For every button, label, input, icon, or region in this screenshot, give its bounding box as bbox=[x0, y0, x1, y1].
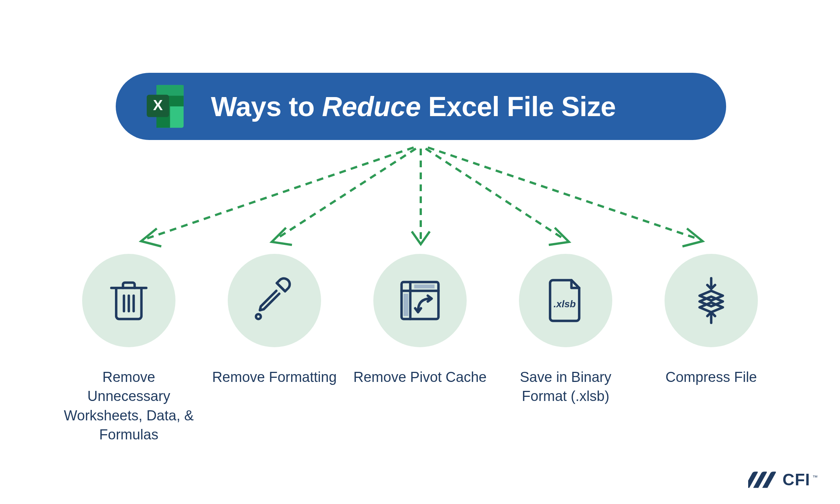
circle-icon bbox=[373, 254, 467, 347]
circle-icon bbox=[228, 254, 321, 347]
title-pre: Ways to bbox=[211, 91, 322, 122]
item-label: Compress File bbox=[666, 368, 757, 387]
item-label: Remove Pivot Cache bbox=[354, 368, 487, 387]
header-pill: X Ways to Reduce Excel File Size bbox=[116, 73, 726, 140]
svg-line-6 bbox=[146, 147, 414, 239]
item-label: Save in Binary Format (.xlsb) bbox=[498, 368, 633, 406]
file-xlsb-icon: .xlsb bbox=[541, 276, 590, 325]
title-post: Excel File Size bbox=[421, 91, 616, 122]
item-label: Remove Unnecessary Worksheets, Data, & F… bbox=[62, 368, 196, 444]
svg-point-15 bbox=[256, 314, 261, 319]
trash-icon bbox=[105, 276, 153, 325]
item-save-binary: .xlsb Save in Binary Format (.xlsb) bbox=[493, 254, 638, 444]
brand-bars-icon bbox=[748, 471, 777, 489]
header-title: Ways to Reduce Excel File Size bbox=[211, 91, 616, 122]
svg-line-7 bbox=[276, 149, 416, 239]
item-remove-formatting: Remove Formatting bbox=[202, 254, 347, 444]
title-em: Reduce bbox=[322, 91, 421, 122]
eyedropper-icon bbox=[250, 276, 299, 325]
item-remove-worksheets: Remove Unnecessary Worksheets, Data, & F… bbox=[56, 254, 202, 444]
brand-logo: CFI ™ bbox=[748, 470, 818, 489]
circle-icon bbox=[665, 254, 758, 347]
brand-name: CFI bbox=[783, 470, 810, 489]
svg-text:X: X bbox=[153, 97, 163, 113]
svg-rect-20 bbox=[404, 294, 408, 316]
svg-line-9 bbox=[426, 149, 564, 239]
item-label: Remove Formatting bbox=[212, 368, 337, 387]
excel-icon: X bbox=[142, 82, 190, 131]
circle-icon: .xlsb bbox=[519, 254, 612, 347]
brand-trademark: ™ bbox=[812, 474, 818, 480]
items-row: Remove Unnecessary Worksheets, Data, & F… bbox=[0, 254, 840, 444]
svg-rect-19 bbox=[414, 284, 435, 288]
item-remove-pivot-cache: Remove Pivot Cache bbox=[347, 254, 493, 444]
circle-icon bbox=[82, 254, 175, 347]
pivot-icon bbox=[396, 276, 444, 325]
svg-text:.xlsb: .xlsb bbox=[554, 298, 576, 309]
svg-line-10 bbox=[428, 147, 698, 239]
item-compress-file: Compress File bbox=[638, 254, 784, 444]
compress-icon bbox=[687, 276, 735, 325]
